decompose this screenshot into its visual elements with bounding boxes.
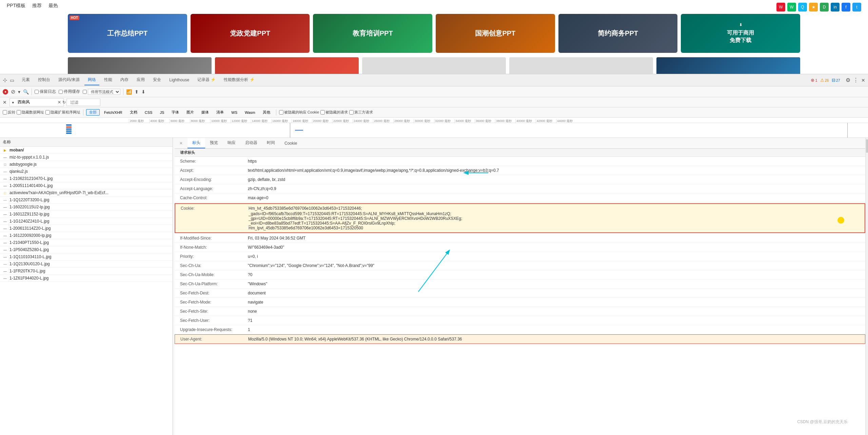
file-item-1p50[interactable]: — 1-1P5040Z5280-L.jpg	[0, 246, 173, 253]
hide-data-urls-checkbox[interactable]: 隐藏数据网址	[17, 110, 44, 115]
detail-tab-timing[interactable]: 时间	[262, 138, 280, 148]
file-item-2006[interactable]: — 1-200613114Z20-L.jpg	[0, 225, 173, 232]
nav-ppt[interactable]: PPT模板	[7, 3, 25, 9]
hide-extensions-checkbox[interactable]: 隐藏扩展程序网址	[45, 110, 80, 115]
third-party-checkbox[interactable]: 第三方请求	[349, 110, 373, 115]
tab-network[interactable]: 网络	[84, 75, 99, 85]
detail-scrollbar[interactable]	[865, 138, 868, 435]
file-item-ads[interactable]: □ adsbygoogle.js	[0, 161, 173, 168]
filter-js[interactable]: JS	[157, 110, 167, 115]
detail-close-tab[interactable]: ✕	[175, 139, 188, 148]
detail-tab-headers[interactable]: 标头	[188, 138, 205, 148]
filter-doc[interactable]: 文档	[127, 109, 140, 116]
filter-font[interactable]: 字体	[169, 109, 182, 116]
banner-party[interactable]: 党政党建PPT	[191, 14, 310, 53]
file-item-1z6[interactable]: — 1-1Z61F944020-L.jpg	[0, 275, 173, 282]
file-item-1612[interactable]: — 1-161220092000-lp.jpg	[0, 232, 173, 239]
file-item-activeview[interactable]: □ activeview?xai=AKAOjstrn_unRHpsfGP-7l_…	[0, 189, 173, 196]
nav-recommend[interactable]: 推荐	[32, 3, 42, 9]
file-item-1601[interactable]: — 1-16012Z91152-lp.jpg	[0, 211, 173, 218]
filter-fetch-xhr[interactable]: Fetch/XHR	[101, 110, 125, 115]
search-toggle-icon[interactable]: 🔍	[23, 89, 29, 95]
banner-free[interactable]: ⬇ 可用于商用免费下载	[681, 14, 800, 53]
more-icon[interactable]: ⋮	[853, 77, 859, 83]
close-devtools-icon[interactable]: ✕	[861, 78, 865, 83]
tab-performance[interactable]: 性能	[101, 75, 116, 85]
download-icon[interactable]: ⬇	[141, 89, 145, 95]
linkedin-icon[interactable]: in	[831, 3, 840, 12]
settings-icon[interactable]: ⚙	[846, 77, 850, 83]
file-item-miz[interactable]: — miz-to-ypppt.v.1.0.1.js	[0, 154, 173, 161]
tab-lighthouse[interactable]: Lighthouse	[166, 76, 193, 85]
search-close-icon[interactable]: ✕	[3, 100, 7, 105]
throttle-input[interactable]	[83, 90, 87, 94]
filter-media[interactable]: 媒体	[198, 109, 212, 116]
tab-perf-analysis[interactable]: 性能数据分析 ⚡	[220, 75, 258, 85]
banner-work[interactable]: HOT 工作总结PPT	[68, 14, 187, 53]
tab-application[interactable]: 应用	[133, 75, 148, 85]
upload-icon[interactable]: ⬆	[135, 89, 139, 95]
detail-close-icon[interactable]: ✕	[179, 141, 183, 146]
file-item-qianku[interactable]: — qianku2.js	[0, 168, 173, 175]
filter-manifest[interactable]: 清单	[213, 109, 227, 116]
wifi-icon[interactable]: 📶	[126, 89, 132, 95]
tab-memory[interactable]: 内存	[117, 75, 132, 85]
detail-tab-preview[interactable]: 预览	[205, 138, 223, 148]
tab-elements[interactable]: 元素	[18, 75, 33, 85]
banner-edu[interactable]: 教育培训PPT	[313, 14, 432, 53]
detail-tab-response[interactable]: 响应	[223, 138, 240, 148]
filter-img[interactable]: 图片	[183, 109, 197, 116]
weibo-icon[interactable]: W	[776, 3, 785, 12]
qq-icon[interactable]: Q	[798, 3, 807, 12]
throttle-select[interactable]: 停用节流模式 快速3G 慢速3G	[88, 89, 120, 95]
nav-hot[interactable]: 最热	[48, 3, 58, 9]
star-icon[interactable]: ★	[809, 3, 818, 12]
device-tool-icon[interactable]: ▭	[10, 78, 14, 83]
record-button[interactable]: ●	[3, 89, 8, 95]
throttle-checkbox[interactable]: 停用节流模式 快速3G 慢速3G	[83, 89, 120, 95]
filter-input[interactable]	[69, 100, 98, 105]
twitter-icon[interactable]: t	[852, 3, 861, 12]
preserve-log-input[interactable]	[35, 90, 39, 94]
search-clear-icon[interactable]: ✕	[58, 100, 61, 105]
cursor-tool-icon[interactable]: ⊹	[3, 77, 7, 83]
search-refresh-icon[interactable]: ↻	[62, 100, 66, 105]
disable-cache-checkbox[interactable]: 停用缓存	[59, 89, 80, 95]
hidden-response-cookie-checkbox[interactable]: 被隐藏的响应 Cookie	[279, 110, 319, 115]
disable-cache-input[interactable]	[59, 90, 63, 94]
banner-biz[interactable]: 简约商务PPT	[558, 14, 678, 53]
detail-tab-cookie[interactable]: Cookie	[280, 139, 302, 148]
filter-all[interactable]: 全部	[86, 109, 100, 116]
preserve-log-checkbox[interactable]: 保留日志	[35, 89, 56, 95]
file-item-1602[interactable]: — 1-160220115U2-lp.jpg	[0, 204, 173, 211]
file-item-moban[interactable]: ▶ moban/	[0, 147, 173, 154]
tab-recorder[interactable]: 记录器 ⚡	[194, 75, 219, 85]
file-item-1q1220[interactable]: — 1-1Q1220T3200-L.jpg	[0, 196, 173, 204]
search-input[interactable]	[16, 99, 56, 105]
filter-ws[interactable]: WS	[228, 110, 240, 115]
banner-work-label: 工作总结PPT	[107, 29, 147, 38]
file-item-2104[interactable]: — 1-21040PT1550-L.jpg	[0, 239, 173, 246]
douban-icon[interactable]: D	[820, 3, 829, 12]
facebook-icon[interactable]: f	[842, 3, 850, 12]
reverse-filter-checkbox[interactable]: 反转	[3, 110, 15, 115]
file-item-1g124[interactable]: — 1-1G1240Z2410-L.jpg	[0, 218, 173, 225]
file-item-1fr[interactable]: — 1-1FR20TK70-L.jpg	[0, 268, 173, 275]
banner-culture[interactable]: 国潮创意PPT	[436, 14, 555, 53]
detail-tab-initiator[interactable]: 启动器	[240, 138, 262, 148]
filter-css[interactable]: CSS	[142, 110, 156, 115]
filter-other[interactable]: 其他	[260, 109, 273, 116]
tab-sources[interactable]: 源代码/来源	[55, 75, 83, 85]
filter-toggle-icon[interactable]: ▾	[18, 89, 20, 95]
hidden-requests-checkbox[interactable]: 被隐藏的请求	[320, 110, 348, 115]
detail-scrollbar-thumb[interactable]	[866, 139, 868, 153]
clear-button[interactable]: ⊘	[11, 88, 15, 95]
file-item-1q11[interactable]: — 1-1Q1101034110-L.jpg	[0, 253, 173, 261]
tab-security[interactable]: 安全	[150, 75, 164, 85]
file-item-img2[interactable]: — 1-2005111401400-L.jpg	[0, 182, 173, 189]
file-item-img1[interactable]: — 1-2106231210470-L.jpg	[0, 175, 173, 182]
wechat-icon[interactable]: W	[787, 3, 796, 12]
tab-console[interactable]: 控制台	[35, 75, 54, 85]
filter-wasm[interactable]: Wasm	[242, 110, 258, 115]
file-item-1q21[interactable]: — 1-1Q2130U0120-L.jpg	[0, 261, 173, 268]
